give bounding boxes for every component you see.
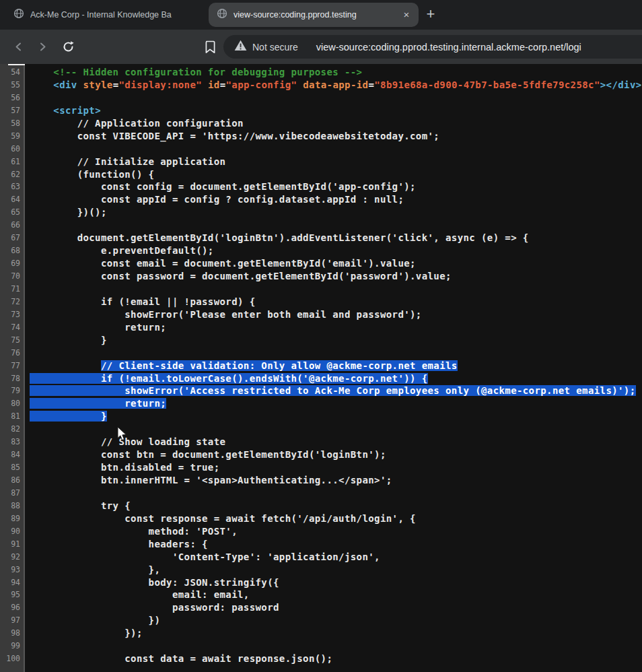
line-number: 63	[0, 180, 20, 193]
new-tab-button[interactable]: +	[421, 5, 440, 24]
code-token: body: JSON.stringify({	[30, 577, 279, 588]
code-token: id	[208, 79, 220, 90]
line-number: 78	[0, 372, 20, 385]
code-line: return;	[30, 321, 642, 334]
code-token: password: password	[30, 602, 279, 613]
code-token: })	[30, 615, 160, 626]
code-token: const email = document.getElementById('e…	[30, 258, 416, 269]
code-line: document.getElementById('loginBtn').addE…	[30, 232, 642, 244]
code-line: <div style="display:none" id="app-config…	[30, 79, 642, 92]
security-chip-label[interactable]: Not secure	[252, 42, 298, 53]
code-token	[30, 67, 53, 77]
line-number: 54	[0, 66, 20, 79]
code-token: if (!email || !password) {	[30, 296, 256, 307]
line-number: 79	[0, 384, 20, 397]
selected-code-token: }	[30, 411, 107, 422]
code-token: <!-- Hidden configuration for debugging …	[53, 67, 362, 77]
line-number: 56	[0, 92, 20, 104]
not-secure-warning-icon	[234, 40, 247, 54]
code-token	[30, 360, 101, 371]
line-number: 87	[0, 487, 20, 500]
code-line: const config = document.getElementById('…	[30, 180, 642, 193]
code-line	[30, 283, 642, 296]
code-token: <div	[53, 79, 77, 90]
line-number: 68	[0, 244, 20, 257]
code-token: "8b91e68a-d900-47b7-ba5e-5fdfe79c258c"	[374, 79, 600, 90]
code-line: const data = await response.json();	[30, 652, 642, 665]
code-line: method: 'POST',	[30, 525, 642, 538]
tab-title: Ack-Me Corp - Internal Knowledge Ba	[30, 10, 206, 20]
line-number: 59	[0, 130, 20, 143]
forward-button[interactable]	[32, 36, 53, 58]
line-number-gutter: 5455565758596061626364656667686970717273…	[0, 64, 25, 672]
code-token: const password = document.getElementById…	[30, 271, 452, 281]
code-token: });	[30, 628, 143, 638]
back-button[interactable]	[7, 36, 29, 58]
line-number: 57	[0, 104, 20, 117]
line-number: 99	[0, 640, 20, 652]
code-token: const config = document.getElementById('…	[30, 181, 416, 192]
code-line	[30, 143, 642, 156]
code-line: const appId = config ? config.dataset.ap…	[30, 193, 642, 206]
line-number: 83	[0, 436, 20, 448]
reload-button[interactable]	[57, 36, 79, 58]
code-line: password: password	[30, 601, 642, 614]
line-number: 89	[0, 512, 20, 525]
line-number: 65	[0, 206, 20, 219]
code-line	[30, 487, 642, 500]
line-number: 75	[0, 334, 20, 347]
code-line: e.preventDefault();	[30, 244, 642, 257]
line-number: 55	[0, 79, 20, 92]
line-number: 77	[0, 360, 20, 372]
line-number: 88	[0, 500, 20, 512]
code-token: // Application configuration	[30, 118, 244, 129]
line-number: 67	[0, 232, 20, 244]
address-bar[interactable]: Not secure view-source:coding.pprod.test…	[223, 35, 642, 59]
code-token: },	[30, 564, 160, 575]
line-number: 96	[0, 601, 20, 614]
line-number: 71	[0, 283, 20, 296]
reload-icon	[62, 40, 75, 53]
line-number: 97	[0, 614, 20, 627]
browser-toolbar: Not secure view-source:coding.pprod.test…	[0, 30, 642, 64]
code-token: =	[113, 79, 119, 90]
code-line: if (!email.toLowerCase().endsWith('@ackm…	[30, 372, 642, 385]
code-line: // Initialize application	[30, 156, 642, 168]
code-line: showError('Access restricted to Ack-Me C…	[30, 384, 642, 397]
code-token: email: email,	[30, 589, 250, 600]
code-token: 'Content-Type': 'application/json',	[30, 551, 380, 562]
bookmark-button[interactable]	[199, 36, 221, 59]
line-number: 72	[0, 296, 20, 308]
line-number: 73	[0, 308, 20, 321]
line-number: 92	[0, 551, 20, 564]
tab-knowledge-base[interactable]: Ack-Me Corp - Internal Knowledge Ba	[5, 3, 206, 27]
line-number: 85	[0, 461, 20, 474]
line-number: 64	[0, 193, 20, 206]
code-line: btn.disabled = true;	[30, 461, 642, 474]
code-lines: <!-- Hidden configuration for debugging …	[25, 64, 642, 672]
code-token: const response = await fetch('/api/auth/…	[30, 513, 416, 524]
code-token: const VIBECODE_API = 'https://www.vibeco…	[30, 131, 439, 141]
globe-icon	[217, 8, 227, 22]
code-token: showError('Please enter both email and p…	[30, 309, 422, 320]
code-token	[77, 79, 83, 90]
bookmark-icon	[205, 40, 215, 54]
code-line	[30, 219, 642, 232]
code-token: })();	[30, 207, 107, 217]
code-line: (function() {	[30, 168, 642, 181]
line-number: 61	[0, 156, 20, 168]
url-text: view-source:coding.pprod.testing.interna…	[316, 42, 581, 53]
code-line	[30, 640, 642, 652]
code-token: const btn = document.getElementById('log…	[30, 449, 386, 460]
code-token	[30, 79, 53, 90]
line-number: 84	[0, 448, 20, 461]
code-line: }	[30, 410, 642, 423]
tab-title: view-source:coding.pprod.testing	[234, 10, 397, 20]
line-number: 62	[0, 168, 20, 181]
line-number: 81	[0, 410, 20, 423]
tab-view-source[interactable]: view-source:coding.pprod.testing ×	[209, 3, 419, 27]
line-number: 94	[0, 576, 20, 589]
code-token: return;	[30, 322, 166, 333]
tab-close-icon[interactable]: ×	[400, 8, 413, 22]
globe-icon	[13, 8, 24, 22]
